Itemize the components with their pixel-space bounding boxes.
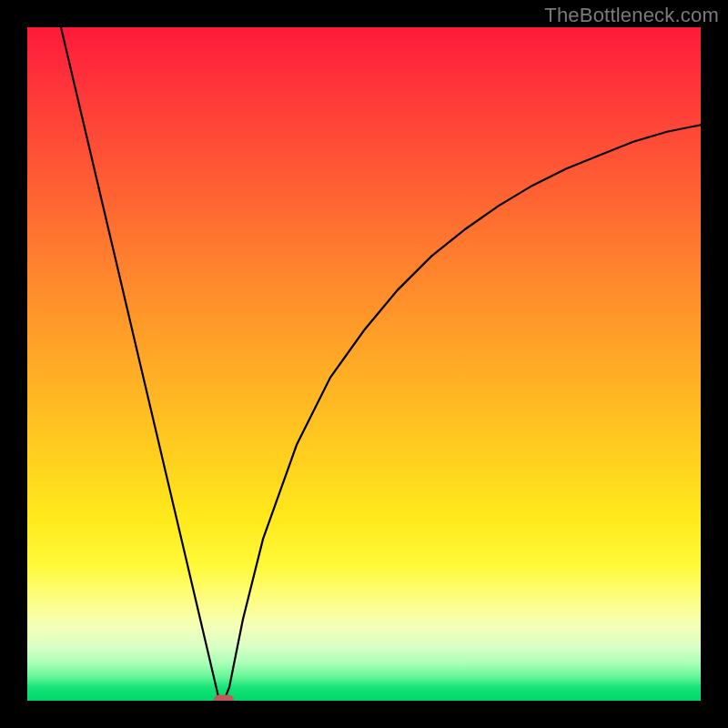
curve-layer <box>27 27 701 701</box>
bottleneck-curve <box>61 27 701 701</box>
chart-frame: TheBottleneck.com <box>0 0 728 728</box>
watermark-text: TheBottleneck.com <box>544 4 719 27</box>
optimal-marker <box>214 694 234 701</box>
plot-area <box>27 27 701 701</box>
